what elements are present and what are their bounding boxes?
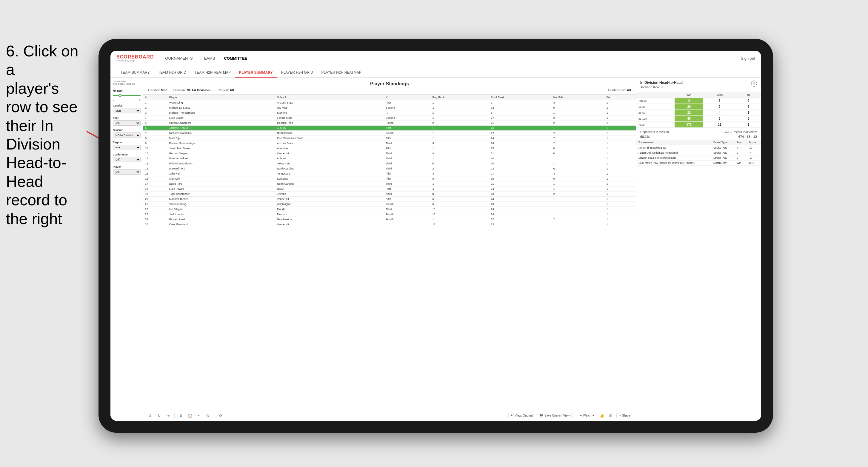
sub-nav: TEAM SUMMARY TEAM H2H GRID TEAM H2H HEAT… — [111, 66, 761, 77]
table-row[interactable]: 6 Jackson Koivun Auburn First 1 26 1 1 — [143, 126, 636, 131]
cell-rank: 15 — [143, 171, 167, 176]
tab-player-summary[interactable]: PLAYER SUMMARY — [235, 68, 277, 77]
table-row[interactable]: 5 Christo Lamprecht Georgia Tech Fourth … — [143, 121, 636, 126]
cell-rank: 25 — [143, 222, 167, 227]
gender-filter-display: Gender: Men — [148, 88, 167, 92]
copy-icon[interactable]: ⧉ — [178, 412, 184, 419]
cell-win: 1 — [605, 131, 636, 136]
table-row[interactable]: 16 Alex Goff Kentucky Fifth 8 19 0 1 — [143, 176, 636, 181]
tab-team-summary[interactable]: TEAM SUMMARY — [116, 68, 154, 77]
undo-icon[interactable]: ↺ — [147, 412, 153, 419]
tab-player-h2h-heatmap[interactable]: PLAYER H2H HEATMAP — [317, 68, 366, 77]
table-row[interactable]: 20 Matthew Riedel Vanderbilt Fifth 6 24 … — [143, 197, 636, 202]
cell-win: 22 — [675, 110, 703, 116]
table-row[interactable]: 12 Brendan Valdes Auburn Third 1 40 1 1 — [143, 156, 636, 161]
table-row[interactable]: 9 Preston Summerhays Arizona State Third… — [143, 141, 636, 146]
h2h-close-btn[interactable]: ✕ — [751, 81, 757, 87]
table-row[interactable]: 2 Michael La Sasso Ole Miss Second 1 18 … — [143, 105, 636, 111]
region-select[interactable]: N/A — [113, 145, 141, 150]
table-row[interactable]: 1 Wenyi Ding Arizona State First 1 1 8 1 — [143, 100, 636, 105]
table-row[interactable]: 24 Bastien Amat New Mexico Fourth 1 27 2… — [143, 217, 636, 222]
cell-tie: 5 — [736, 104, 761, 110]
player-filter: Player (All) — [113, 165, 141, 175]
nav-tournaments[interactable]: TOURNAMENTS — [163, 55, 193, 62]
tournament-row: Amer Ari Intercollegiate Stroke Play 4 -… — [636, 145, 761, 150]
conference-select[interactable]: (All) — [113, 157, 141, 162]
share-btn[interactable]: ↗ Share — [616, 413, 632, 418]
table-row[interactable]: 17 David Ford North Carolina Third 1 21 … — [143, 181, 636, 187]
cell-school: New Mexico — [275, 217, 384, 222]
cell-conf-rank: 24 — [489, 197, 552, 202]
grid-icon[interactable]: ⊞ — [608, 412, 614, 419]
forward-icon[interactable]: ⇥ — [165, 412, 171, 419]
year-select[interactable]: (All) — [113, 120, 141, 126]
table-row[interactable]: 4 Luke Claton Florida State Second 1 27 … — [143, 116, 636, 121]
cell-conf-rank: 27 — [489, 171, 552, 176]
logo-powered: Powered by clippi — [116, 59, 154, 62]
paste-icon[interactable]: 📋 — [187, 412, 193, 419]
cell-reg-rank: 1 — [431, 181, 489, 187]
player-select[interactable]: (All) — [113, 169, 141, 175]
cell-yr: Fifth — [384, 136, 431, 141]
cut-icon[interactable]: ✂ — [195, 412, 202, 419]
gender-select[interactable]: Men — [113, 108, 141, 114]
col-rank-range — [636, 92, 675, 98]
cell-no-rds: 2 — [552, 136, 605, 141]
cell-conf-rank: 40 — [489, 156, 552, 161]
cell-player: Nicholas Gabrielick — [167, 131, 275, 136]
nav-teams[interactable]: TEAMS — [202, 55, 215, 62]
no-rds-slider[interactable] — [113, 94, 141, 97]
cell-yr: Third — [384, 156, 431, 161]
view-original-btn[interactable]: 👁 View: Original — [508, 413, 535, 418]
cell-tie: 3 — [736, 116, 761, 122]
sign-out-link[interactable]: Sign out — [741, 55, 755, 62]
logo-scoreboard: SCOREBOARD — [116, 55, 154, 59]
division-select[interactable]: NCAA Division I — [113, 132, 141, 138]
tablet-frame: SCOREBOARD Powered by clippi TOURNAMENTS… — [98, 39, 773, 433]
table-row[interactable]: 22 Ian Gilligan Florida Third 10 24 1 1 — [143, 207, 636, 212]
table-row[interactable]: 23 Jack Lundin Missouri Fourth 11 24 1 1 — [143, 212, 636, 217]
table-row[interactable]: 10 Jacob Mac Diesen Arkansas Fifth 1 25 … — [143, 146, 636, 151]
table-row[interactable]: 13 Phichaksn Maichon Texas A&M Third 6 3… — [143, 161, 636, 166]
cell-player: David Ford — [167, 181, 275, 187]
standings-header: Player Standings Gender: Men Division: N… — [143, 77, 636, 95]
table-row[interactable]: 11 Gordon Sargent Vanderbilt Third 4 21 … — [143, 151, 636, 156]
table-row[interactable]: 8 Mats Ege East Tennessee State Fifth 1 … — [143, 136, 636, 141]
cell-no-rds: 2 — [552, 192, 605, 197]
cell-rank: 4 — [143, 116, 167, 121]
table-row[interactable]: 25 Cole Sherwood Vanderbilt ... 12 23 1 … — [143, 222, 636, 227]
thumbup-icon[interactable]: 👍 — [598, 412, 605, 419]
cell-pos: 2 — [734, 155, 746, 160]
tab-player-h2h-grid[interactable]: PLAYER H2H GRID — [277, 68, 317, 77]
cell-rank: 18 — [143, 187, 167, 192]
cell-no-rds: 1 — [552, 222, 605, 227]
cell-reg-rank: 4 — [431, 187, 489, 192]
tab-team-h2h-grid[interactable]: TEAM H2H GRID — [154, 68, 190, 77]
table-row[interactable]: 19 Tiger Christensen Arizona Third 8 23 … — [143, 192, 636, 197]
table-row[interactable]: 15 Jake Hall Tennessee Fifth 3 27 4 1 — [143, 171, 636, 176]
table-row[interactable]: 14 Maxwell Ford North Carolina Third 2 2… — [143, 166, 636, 171]
tab-team-h2h-heatmap[interactable]: TEAM H2H HEATMAP — [190, 68, 235, 77]
nav-committee[interactable]: COMMITTEE — [224, 55, 247, 62]
view-icon: 👁 — [510, 414, 514, 417]
table-row[interactable]: 3 Michael Thorbjornsen Stanford ... 1 8 … — [143, 111, 636, 116]
cell-win: 1 — [605, 151, 636, 156]
table-row[interactable]: 21 Taehoon Song Washington Fourth 6 23 1… — [143, 202, 636, 207]
gender-label: Gender — [113, 104, 141, 107]
toolbar-sep-2 — [214, 413, 214, 419]
cell-rank-range: 11-25 — [636, 104, 675, 110]
cell-player: Gordon Sargent — [167, 151, 275, 156]
cell-conf-rank: 1 — [489, 100, 552, 105]
redo-icon[interactable]: ↻ — [156, 412, 162, 419]
cell-score: 18-1 — [746, 160, 761, 166]
refresh-icon[interactable]: ⟳ — [217, 412, 224, 419]
cell-conf-rank: 8 — [489, 111, 552, 116]
cell-yr: Third — [384, 207, 431, 212]
table-row[interactable]: 18 Luke Powell UCLA First 4 24 1 1 — [143, 187, 636, 192]
delete-icon[interactable]: ⊖ — [205, 412, 211, 419]
watch-btn[interactable]: ● Watch ▾ — [578, 413, 596, 418]
cell-player: Jake Hall — [167, 171, 275, 176]
table-row[interactable]: 7 Nicholas Gabrielick North Florida Four… — [143, 131, 636, 136]
cell-reg-rank: 1 — [431, 131, 489, 136]
save-custom-btn[interactable]: 💾 Save Custom View — [537, 413, 571, 418]
